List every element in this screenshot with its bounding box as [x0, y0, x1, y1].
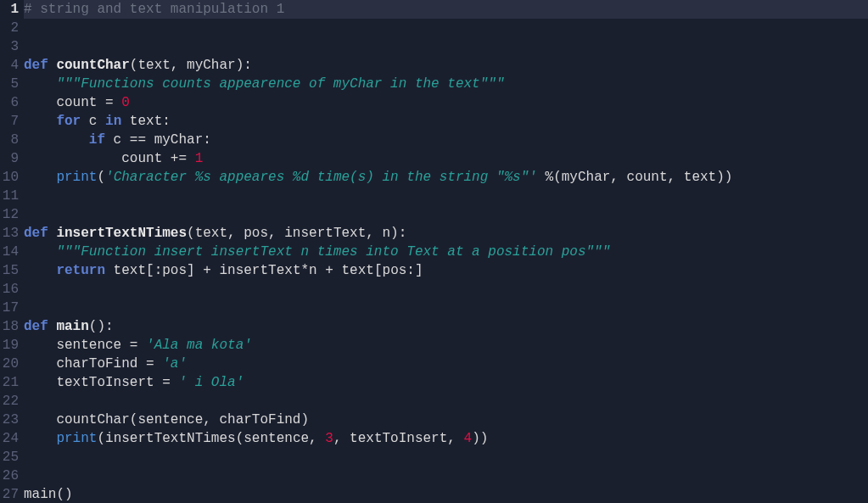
token-ident: sentence: [24, 338, 130, 353]
token-docstring: """Functions counts appearence of myChar…: [56, 76, 504, 92]
line-number: 3: [0, 37, 19, 56]
token-builtin: print: [56, 431, 97, 446]
token-keyword: return: [56, 263, 105, 278]
line-number: 5: [0, 75, 19, 93]
token-punct: ():: [89, 319, 114, 334]
token-punct: ,: [366, 226, 382, 241]
code-line[interactable]: print('Character %s appeares %d time(s) …: [24, 168, 868, 187]
token-ident: insertTextNTimes: [105, 431, 236, 446]
token-punct: (: [553, 170, 562, 185]
line-number: 16: [0, 280, 19, 299]
line-number: 6: [0, 93, 19, 112]
line-number: 1: [0, 0, 19, 19]
code-line[interactable]: [24, 187, 868, 205]
token-keyword: for: [56, 114, 81, 129]
token-docstring: """Function insert insertText n times in…: [56, 244, 610, 260]
code-editor[interactable]: 1234567891011121314151617181920212223242…: [0, 0, 868, 503]
token-punct: ,: [668, 170, 684, 185]
token-number: 0: [121, 95, 130, 110]
token-keyword: if: [89, 132, 105, 148]
token-keyword: in: [105, 114, 121, 129]
line-number: 18: [0, 317, 19, 336]
code-area[interactable]: # string and text manipulation 1 def cou…: [22, 0, 868, 503]
line-number: 15: [0, 261, 19, 280]
code-line[interactable]: """Functions counts appearence of myChar…: [24, 75, 868, 93]
line-number: 17: [0, 299, 19, 317]
line-number: 26: [0, 467, 19, 485]
token-ident: count: [627, 170, 668, 185]
token-punct: ]: [187, 263, 203, 278]
token-param: pos: [244, 226, 268, 241]
code-line[interactable]: """Function insert insertText n times in…: [24, 243, 868, 261]
token-ident: charToFind: [24, 356, 146, 372]
code-line[interactable]: if c == myChar:: [24, 131, 868, 149]
line-number: 24: [0, 429, 19, 448]
line-number: 9: [0, 149, 19, 168]
line-number: 23: [0, 411, 19, 429]
code-line[interactable]: def insertTextNTimes(text, pos, insertTe…: [24, 224, 868, 243]
code-line[interactable]: [24, 37, 868, 56]
token-funcname: countChar: [56, 58, 129, 73]
code-line[interactable]: [24, 205, 868, 224]
token-ident: count: [24, 95, 105, 110]
code-line[interactable]: textToInsert = ' i Ola': [24, 373, 868, 392]
code-line[interactable]: [24, 448, 868, 467]
code-line[interactable]: [24, 19, 868, 37]
token-param: n: [382, 226, 390, 241]
line-number: 19: [0, 336, 19, 355]
code-line[interactable]: [24, 467, 868, 485]
line-number-gutter: 1234567891011121314151617181920212223242…: [0, 0, 22, 503]
code-line[interactable]: main(): [24, 485, 868, 503]
token-punct: )): [472, 431, 488, 446]
token-ident: pos: [383, 263, 407, 278]
token-ident: [24, 114, 56, 129]
token-param: insertText: [284, 226, 366, 241]
code-line[interactable]: count += 1: [24, 149, 868, 168]
code-line[interactable]: [24, 280, 868, 299]
line-number: 12: [0, 205, 19, 224]
token-string: 'a': [162, 356, 187, 372]
code-line[interactable]: def countChar(text, myChar):: [24, 56, 868, 75]
token-builtin: print: [56, 170, 97, 185]
code-line[interactable]: return text[:pos] + insertText*n + text[…: [24, 261, 868, 280]
line-number: 10: [0, 168, 19, 187]
token-string: 'Ala ma kota': [146, 338, 252, 353]
code-line[interactable]: def main():: [24, 317, 868, 336]
token-punct: (: [187, 226, 195, 241]
token-ident: pos: [162, 263, 187, 278]
code-line[interactable]: for c in text:: [24, 112, 868, 131]
token-punct: (: [236, 431, 244, 446]
code-line[interactable]: [24, 299, 868, 317]
token-ident: charToFind: [219, 412, 300, 428]
token-ident: [171, 375, 179, 390]
code-line[interactable]: charToFind = 'a': [24, 355, 868, 373]
token-param: myChar: [187, 58, 236, 73]
token-punct: ,: [309, 431, 325, 446]
token-ident: [24, 76, 56, 92]
token-ident: text: [105, 263, 146, 278]
code-line[interactable]: countChar(sentence, charToFind): [24, 411, 868, 429]
line-number: 7: [0, 112, 19, 131]
line-number: 14: [0, 243, 19, 261]
token-ident: sentence: [137, 412, 203, 428]
line-number: 11: [0, 187, 19, 205]
token-ident: count: [24, 151, 171, 166]
line-number: 8: [0, 131, 19, 149]
token-ident: textToInsert: [24, 375, 162, 390]
line-number: 2: [0, 19, 19, 37]
code-line[interactable]: sentence = 'Ala ma kota': [24, 336, 868, 355]
code-line[interactable]: print(insertTextNTimes(sentence, 3, text…: [24, 429, 868, 448]
token-punct: ,: [227, 226, 244, 241]
line-number: 20: [0, 355, 19, 373]
token-string: 'Character %s appeares %d time(s) in the…: [105, 170, 537, 185]
token-op: =: [130, 338, 138, 353]
token-op: =: [105, 95, 121, 110]
line-number: 13: [0, 224, 19, 243]
code-line[interactable]: # string and text manipulation 1: [24, 0, 868, 19]
code-line[interactable]: [24, 392, 868, 411]
token-ident: myChar: [562, 170, 611, 185]
token-punct: ,: [610, 170, 626, 185]
token-punct: ,: [268, 226, 284, 241]
token-ident: [24, 170, 56, 185]
code-line[interactable]: count = 0: [24, 93, 868, 112]
